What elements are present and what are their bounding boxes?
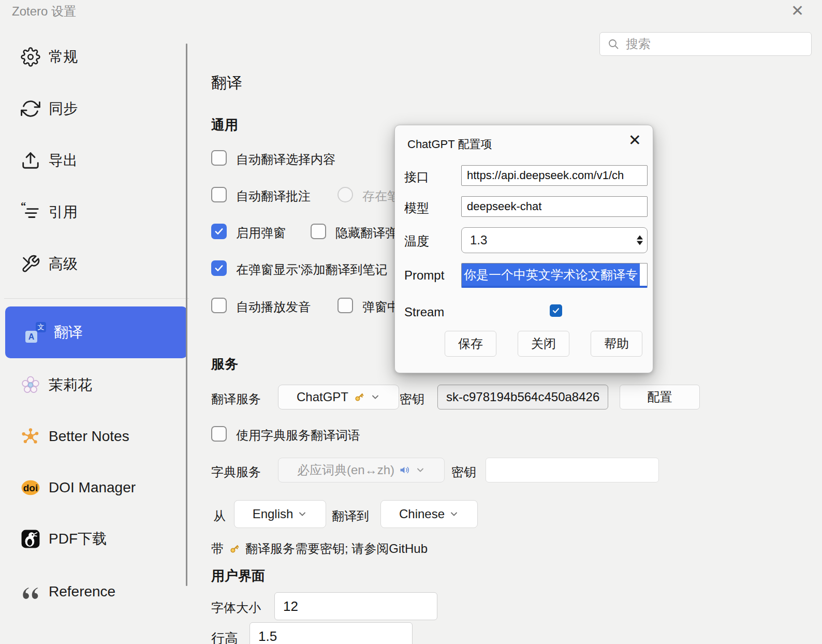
sidebar-item-cite[interactable]: “ „ 引用 (0, 186, 186, 238)
label-translate-service: 翻译服务 (211, 391, 261, 407)
sidebar-item-label: 高级 (49, 254, 78, 274)
sidebar-item-label: 同步 (49, 99, 78, 119)
sidebar-separator-line (186, 43, 187, 586)
sidebar-item-jasmine[interactable]: 茉莉花 (0, 359, 186, 411)
config-button[interactable]: 配置 (620, 385, 700, 409)
close-button[interactable]: 关闭 (518, 331, 569, 357)
chevron-down-icon (415, 465, 425, 475)
speaker-icon (399, 464, 411, 476)
search-box[interactable] (599, 32, 812, 56)
temperature-value: 1.3 (470, 233, 487, 247)
sidebar-item-label: 引用 (49, 202, 78, 222)
checkbox-show-add-note[interactable] (211, 260, 227, 276)
check-icon (552, 306, 560, 315)
spinner-arrows-icon[interactable] (637, 236, 643, 245)
label-temperature: 温度 (404, 233, 429, 250)
label-use-dict-service: 使用字典服务翻译词语 (236, 427, 360, 444)
dict-service-value: 必应词典(en↔zh) (297, 462, 394, 478)
sidebar-item-translate[interactable]: 文A 翻译 (5, 306, 187, 358)
from-language-value: English (253, 507, 293, 521)
sidebar-item-label: 导出 (49, 151, 78, 170)
label-translate-to: 翻译到 (332, 508, 369, 524)
prompt-selected-text: 你是一个中英文学术论文翻译专 (462, 264, 640, 286)
section-heading-ui: 用户界面 (211, 567, 265, 585)
dict-service-dropdown[interactable]: 必应词典(en↔zh) (278, 458, 445, 482)
line-height-input[interactable] (249, 622, 413, 644)
label-font-size: 字体大小 (211, 599, 261, 616)
label-auto-play-audio: 自动播放发音 (236, 299, 311, 315)
dict-key-input[interactable] (486, 458, 659, 482)
checkbox-popup-option[interactable] (337, 298, 353, 313)
section-heading-service: 服务 (211, 355, 238, 373)
checkbox-auto-translate-annotation[interactable] (211, 187, 227, 202)
key-icon (225, 539, 244, 559)
sidebar-item-advanced[interactable]: 高级 (0, 238, 186, 290)
save-button[interactable]: 保存 (445, 331, 496, 357)
checkbox-enable-popup[interactable] (211, 224, 227, 239)
sidebar-item-better-notes[interactable]: Better Notes (0, 411, 186, 462)
sidebar-item-label: 茉莉花 (49, 375, 92, 395)
label-dict-key: 密钥 (451, 464, 476, 480)
check-icon (214, 263, 224, 273)
checkbox-use-dict-service[interactable] (211, 426, 227, 442)
window-title: Zotero 设置 (12, 3, 76, 20)
sidebar-divider (4, 298, 189, 299)
config-button-label: 配置 (648, 389, 672, 405)
model-input[interactable] (461, 196, 648, 217)
check-icon (214, 226, 224, 237)
from-language-dropdown[interactable]: English (234, 500, 326, 528)
service-key-note: 带 翻译服务需要密钥; 请参阅GitHub (211, 540, 428, 557)
service-key-input[interactable] (437, 385, 608, 409)
svg-text:„: „ (33, 214, 38, 222)
label-show-add-note: 在弹窗显示'添加翻译到笔记 (236, 261, 388, 278)
sidebar-item-reference[interactable]: Reference (0, 566, 186, 618)
sidebar-item-label: 常规 (49, 47, 78, 67)
translate-service-dropdown[interactable]: ChatGPT (278, 385, 399, 409)
api-endpoint-input[interactable] (461, 165, 648, 186)
export-icon (20, 150, 41, 171)
window-close-icon[interactable]: ✕ (791, 3, 804, 19)
font-size-input[interactable] (274, 592, 437, 620)
checkbox-auto-translate-selection[interactable] (211, 150, 227, 166)
label-auto-translate-selection: 自动翻译选择内容 (236, 151, 335, 168)
sidebar-item-export[interactable]: 导出 (0, 135, 186, 186)
jasmine-flower-icon (20, 374, 41, 396)
temperature-spinner[interactable]: 1.3 (461, 227, 648, 253)
dialog-close-icon[interactable]: ✕ (628, 133, 641, 148)
sidebar-item-label: DOI Manager (49, 479, 136, 496)
note-prefix: 带 (211, 540, 224, 557)
to-language-value: Chinese (399, 507, 445, 521)
close-button-label: 关闭 (531, 335, 556, 352)
search-icon (607, 38, 620, 50)
chatgpt-config-dialog: ChatGPT 配置项 ✕ 接口 模型 温度 1.3 Prompt 你是一个中英… (394, 125, 653, 373)
penguin-pdf-icon (20, 528, 41, 550)
search-input[interactable] (625, 36, 804, 52)
stream-checkbox[interactable] (550, 304, 562, 317)
sidebar-item-label: Reference (49, 583, 115, 600)
note-text: 翻译服务需要密钥; 请参阅GitHub (245, 540, 428, 557)
prompt-input[interactable]: 你是一个中英文学术论文翻译专 (461, 263, 648, 288)
label-service-key: 密钥 (400, 391, 424, 407)
advanced-tools-icon (20, 253, 41, 275)
checkbox-auto-play-audio[interactable] (211, 298, 227, 313)
translate-icon: 文A (25, 321, 47, 343)
label-dict-service: 字典服务 (211, 464, 261, 480)
better-notes-icon (20, 426, 41, 447)
sidebar-item-sync[interactable]: 同步 (0, 83, 186, 135)
help-button-label: 帮助 (604, 335, 629, 352)
label-model: 模型 (404, 200, 429, 216)
key-icon (350, 388, 369, 407)
label-stream: Stream (404, 305, 444, 319)
checkbox-hide-popup[interactable] (311, 224, 326, 239)
sidebar-item-label: PDF下载 (49, 529, 107, 549)
sidebar-item-doi-manager[interactable]: doi DOI Manager (0, 462, 186, 514)
translate-service-value: ChatGPT (297, 390, 348, 404)
sidebar-item-general[interactable]: 常规 (0, 31, 186, 83)
help-button[interactable]: 帮助 (591, 331, 642, 357)
to-language-dropdown[interactable]: Chinese (380, 500, 478, 528)
gear-icon (20, 46, 41, 68)
sidebar-item-label: 翻译 (54, 323, 83, 342)
dialog-title: ChatGPT 配置项 (407, 137, 492, 152)
radio-annotation-option[interactable] (337, 187, 353, 202)
sidebar-item-pdf-download[interactable]: PDF下载 (0, 513, 186, 565)
